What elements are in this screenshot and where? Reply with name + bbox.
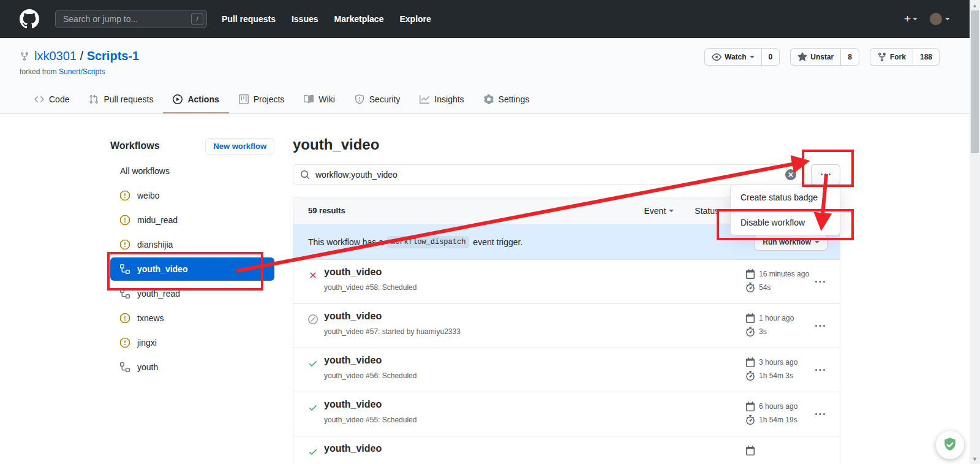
scrollbar-up-arrow[interactable]: ▲ <box>970 0 980 10</box>
check-icon <box>308 359 318 371</box>
watch-button[interactable]: Watch <box>704 48 762 66</box>
workflow-label: txnews <box>137 313 164 323</box>
tab-insights[interactable]: Insights <box>410 87 473 113</box>
circle-slash-icon <box>308 314 318 327</box>
tab-pull-requests[interactable]: Pull requests <box>79 87 163 113</box>
sidebar-item-youth-read[interactable]: youth_read <box>110 281 274 306</box>
run-options-icon[interactable] <box>815 321 825 333</box>
repo-title-row: lxk0301 / Scripts-1 <box>20 49 139 63</box>
run-workflow-button[interactable]: Run workflow <box>755 234 827 251</box>
tab-label: Code <box>49 94 69 104</box>
tab-settings[interactable]: Settings <box>474 87 540 113</box>
nav-explore[interactable]: Explore <box>399 14 431 24</box>
chevron-down-icon <box>722 210 727 212</box>
sidebar-item-youth[interactable]: youth <box>110 355 274 379</box>
warning-icon <box>120 191 130 200</box>
run-meta: 3 hours ago 1h 54m 3s <box>745 356 797 382</box>
nav-issues[interactable]: Issues <box>292 14 318 24</box>
run-time: 1 hour ago <box>759 314 794 322</box>
nav-marketplace[interactable]: Marketplace <box>334 14 384 24</box>
run-subtitle: youth_video #55: Scheduled <box>324 416 417 424</box>
workflow-run-row[interactable]: youth_video youth_video #56: Scheduled 3… <box>293 348 840 392</box>
chevron-down-icon <box>750 56 755 58</box>
page-title: youth_video <box>293 136 840 153</box>
run-duration: 54s <box>759 283 771 292</box>
run-title-link[interactable]: youth_video <box>324 399 382 410</box>
run-title-link[interactable]: youth_video <box>324 443 382 454</box>
warning-icon <box>120 313 130 323</box>
nav-pull-requests[interactable]: Pull requests <box>222 14 276 24</box>
fork-button[interactable]: Fork <box>870 48 913 66</box>
repo-social-buttons: Watch 0 Unstar 8 Fork 188 <box>704 48 940 66</box>
repo-name-link[interactable]: Scripts-1 <box>87 49 140 63</box>
watch-count[interactable]: 0 <box>762 48 780 66</box>
status-filter-dropdown[interactable]: Status <box>695 206 727 216</box>
tab-security[interactable]: Security <box>345 87 410 113</box>
sidebar-item-youth-video[interactable]: youth_video <box>110 257 274 281</box>
run-duration: 1h 54m 3s <box>759 371 793 380</box>
gear-icon <box>484 94 494 104</box>
user-menu[interactable] <box>930 13 950 25</box>
fork-label: Fork <box>890 53 906 61</box>
tab-label: Security <box>369 94 401 104</box>
github-logo-icon[interactable] <box>20 9 39 29</box>
menu-item-disable-workflow[interactable]: Disable workflow <box>731 210 840 235</box>
sidebar-item-all-workflows[interactable]: All workflows <box>110 159 274 183</box>
header-search-input[interactable] <box>55 10 207 28</box>
workflow-run-row[interactable]: youth_video <box>293 436 840 464</box>
calendar-icon <box>745 401 755 411</box>
create-new-button[interactable]: + <box>904 12 918 26</box>
workflow-run-row[interactable]: youth_video youth_video #57: started by … <box>293 304 840 348</box>
tab-projects[interactable]: Projects <box>229 87 295 113</box>
workflow-label: dianshijia <box>137 240 173 249</box>
chevron-down-icon <box>669 210 674 212</box>
sidebar-item-weibo[interactable]: weibo <box>110 183 274 208</box>
tab-label: Insights <box>434 94 464 104</box>
workflow-run-row[interactable]: youth_video youth_video #58: Scheduled 1… <box>293 260 840 304</box>
run-title-link[interactable]: youth_video <box>324 267 382 278</box>
search-icon <box>300 170 310 180</box>
star-count[interactable]: 8 <box>841 48 859 66</box>
event-filter-dropdown[interactable]: Event <box>644 206 674 216</box>
run-options-icon[interactable] <box>815 277 825 289</box>
scrollbar-thumb[interactable] <box>971 10 979 153</box>
check-icon <box>308 403 318 415</box>
repo-owner-link[interactable]: lxk0301 <box>34 49 77 63</box>
project-icon <box>239 94 249 104</box>
run-title-link[interactable]: youth_video <box>324 311 382 322</box>
sidebar-item-jingxi[interactable]: jingxi <box>110 330 274 355</box>
run-options-icon[interactable] <box>815 365 825 378</box>
tab-actions[interactable]: Actions <box>163 87 228 113</box>
sidebar-item-midu-read[interactable]: midu_read <box>110 208 274 232</box>
workflow-label: youth <box>137 362 158 372</box>
tab-code[interactable]: Code <box>24 87 79 113</box>
header-right: + <box>904 12 950 26</box>
new-workflow-button[interactable]: New workflow <box>205 138 274 154</box>
menu-item-create-status-badge[interactable]: Create status badge <box>731 185 840 210</box>
workflow-icon <box>120 289 130 299</box>
star-fill-icon <box>797 52 807 62</box>
fork-count[interactable]: 188 <box>913 48 940 66</box>
star-group: Unstar 8 <box>790 48 859 66</box>
run-subtitle: youth_video #56: Scheduled <box>324 371 417 380</box>
watch-label: Watch <box>725 53 747 61</box>
run-title-link[interactable]: youth_video <box>324 355 382 366</box>
unstar-button[interactable]: Unstar <box>790 48 841 66</box>
runs-filter-input[interactable] <box>293 164 802 185</box>
fork-source-link[interactable]: Sunert/Scripts <box>59 67 105 76</box>
scrollbar-down-arrow[interactable]: ▼ <box>970 454 980 464</box>
workflow-icon <box>120 362 130 372</box>
run-options-icon[interactable] <box>815 409 825 422</box>
run-meta <box>745 444 759 457</box>
workflow-run-row[interactable]: youth_video youth_video #55: Scheduled 6… <box>293 392 840 436</box>
results-count: 59 results <box>308 206 345 215</box>
page-scrollbar: ▲ ▼ <box>970 0 980 464</box>
adguard-shield-button[interactable] <box>936 431 964 459</box>
sidebar-item-txnews[interactable]: txnews <box>110 306 274 330</box>
breadcrumb: lxk0301 / Scripts-1 <box>34 49 139 63</box>
clear-filter-button[interactable] <box>785 169 796 180</box>
sidebar-item-dianshijia[interactable]: dianshijia <box>110 232 274 257</box>
tab-wiki[interactable]: Wiki <box>294 87 344 113</box>
repo-forked-icon <box>20 51 29 61</box>
git-pull-request-icon <box>89 94 99 104</box>
